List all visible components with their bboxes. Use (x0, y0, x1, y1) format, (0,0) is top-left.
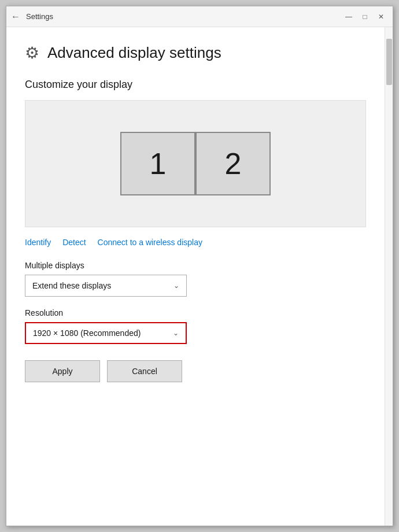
monitor-1-label: 1 (150, 146, 167, 181)
maximize-button[interactable]: □ (358, 10, 372, 24)
monitor-2-label: 2 (225, 146, 242, 181)
display-preview: 1 2 (25, 100, 366, 227)
resolution-group: Resolution 1920 × 1080 (Recommended) ⌄ (25, 308, 366, 344)
title-bar: ← Settings — □ ✕ (6, 6, 393, 27)
title-bar-controls: — □ ✕ (342, 10, 388, 24)
multiple-displays-label: Multiple displays (25, 261, 366, 270)
wireless-link[interactable]: Connect to a wireless display (98, 238, 202, 247)
content-wrapper: ⚙ Advanced display settings Customize yo… (6, 27, 393, 526)
links-row: Identify Detect Connect to a wireless di… (25, 238, 366, 247)
minimize-button[interactable]: — (342, 10, 356, 24)
multiple-displays-dropdown[interactable]: Extend these displays ⌄ (25, 275, 187, 297)
resolution-value: 1920 × 1080 (Recommended) (33, 328, 141, 338)
buttons-row: Apply Cancel (25, 360, 366, 382)
detect-link[interactable]: Detect (62, 238, 86, 247)
identify-link[interactable]: Identify (25, 238, 51, 247)
gear-icon: ⚙ (25, 43, 39, 62)
multiple-displays-group: Multiple displays Extend these displays … (25, 261, 366, 297)
settings-window: ← Settings — □ ✕ ⚙ Advanced display sett… (6, 6, 393, 526)
back-button[interactable]: ← (11, 12, 20, 22)
cancel-button[interactable]: Cancel (107, 360, 182, 382)
resolution-dropdown[interactable]: 1920 × 1080 (Recommended) ⌄ (25, 322, 187, 344)
close-button[interactable]: ✕ (374, 10, 388, 24)
page-header: ⚙ Advanced display settings (25, 43, 366, 62)
chevron-down-icon: ⌄ (173, 282, 179, 290)
main-content: ⚙ Advanced display settings Customize yo… (6, 27, 385, 526)
section-title: Customize your display (25, 79, 366, 91)
apply-button[interactable]: Apply (25, 360, 100, 382)
title-bar-title: Settings (26, 12, 53, 21)
page-title: Advanced display settings (47, 44, 221, 62)
chevron-down-icon-resolution: ⌄ (173, 329, 179, 337)
title-bar-left: ← Settings (11, 12, 53, 22)
scrollbar[interactable] (385, 27, 393, 526)
multiple-displays-value: Extend these displays (32, 281, 111, 290)
scrollbar-thumb[interactable] (386, 39, 392, 85)
monitor-2[interactable]: 2 (195, 132, 271, 195)
monitor-1[interactable]: 1 (120, 132, 195, 195)
resolution-label: Resolution (25, 308, 366, 317)
